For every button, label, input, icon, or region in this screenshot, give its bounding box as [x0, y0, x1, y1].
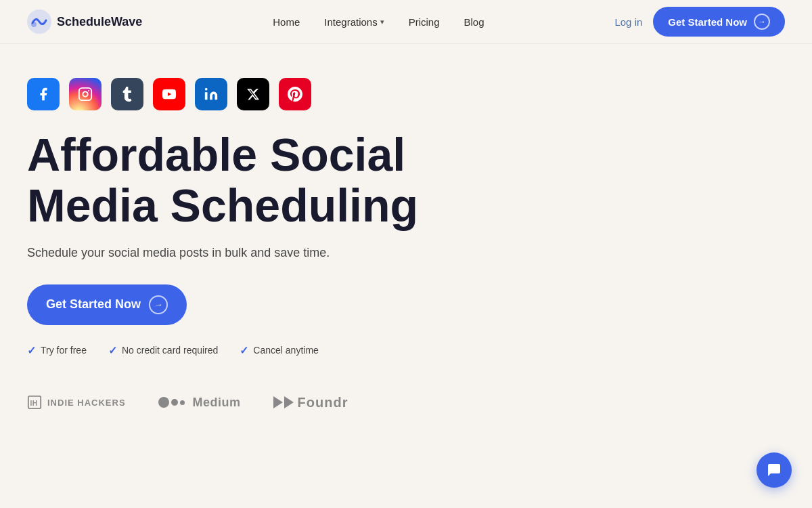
foundr-logo: Foundr: [273, 395, 348, 410]
nav-right: Log in Get Started Now →: [614, 7, 785, 37]
facebook-icon[interactable]: [27, 78, 60, 110]
medium-dots-icon: [158, 397, 185, 408]
svg-point-5: [205, 88, 208, 91]
foundr-arrows-icon: [273, 396, 294, 408]
twitter-x-icon[interactable]: [237, 78, 269, 110]
nav-cta-button[interactable]: Get Started Now →: [653, 7, 785, 37]
perk-no-credit: ✓ No credit card required: [108, 344, 218, 357]
indie-hackers-logo: IH INDIE HACKERS: [27, 395, 126, 410]
perk-cancel: ✓ Cancel anytime: [240, 344, 319, 357]
tumblr-icon[interactable]: [111, 78, 143, 110]
youtube-icon[interactable]: [153, 78, 185, 110]
hero-subtitle: Schedule your social media posts in bulk…: [27, 246, 785, 260]
nav-blog[interactable]: Blog: [464, 16, 484, 28]
logo-link[interactable]: ScheduleWave: [27, 9, 142, 34]
perks-row: ✓ Try for free ✓ No credit card required…: [27, 344, 785, 357]
navbar: ScheduleWave Home Integrations ▾ Pricing…: [0, 0, 812, 44]
check-icon-1: ✓: [27, 344, 36, 357]
logo-icon: [27, 9, 51, 34]
svg-text:IH: IH: [30, 400, 38, 407]
svg-point-1: [31, 22, 37, 27]
login-link[interactable]: Log in: [614, 16, 642, 28]
check-icon-3: ✓: [240, 344, 248, 357]
hero-cta-button[interactable]: Get Started Now →: [27, 284, 187, 325]
chat-support-button[interactable]: [757, 452, 792, 488]
nav-cta-arrow-icon: →: [754, 14, 770, 30]
perk-try-free: ✓ Try for free: [27, 344, 87, 357]
hero-heading: Affordable Social Media Scheduling: [27, 129, 433, 231]
pinterest-icon[interactable]: [279, 78, 311, 110]
nav-integrations[interactable]: Integrations ▾: [324, 16, 384, 28]
hero-cta-arrow-icon: →: [149, 295, 168, 314]
check-icon-2: ✓: [108, 344, 117, 357]
social-icons-row: [27, 78, 785, 110]
brand-logos-row: IH INDIE HACKERS Medium Foundr: [27, 395, 785, 410]
linkedin-icon[interactable]: [195, 78, 227, 110]
nav-pricing[interactable]: Pricing: [409, 16, 440, 28]
nav-home[interactable]: Home: [273, 16, 300, 28]
svg-rect-2: [79, 88, 91, 100]
logo-text: ScheduleWave: [57, 15, 142, 29]
nav-links: Home Integrations ▾ Pricing Blog: [273, 16, 484, 28]
instagram-icon[interactable]: [69, 78, 102, 110]
hero-section: Affordable Social Media Scheduling Sched…: [0, 44, 812, 438]
medium-logo: Medium: [158, 396, 241, 410]
integrations-dropdown-icon: ▾: [380, 18, 384, 26]
